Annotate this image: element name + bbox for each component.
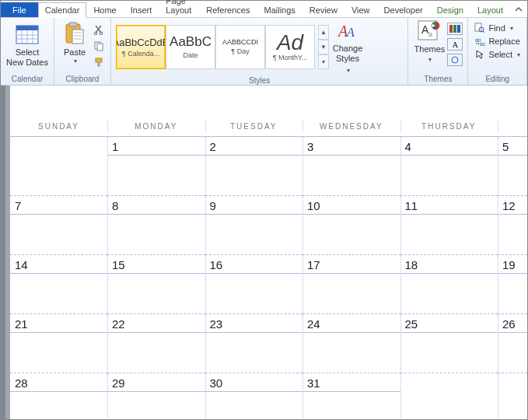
calendar-cell[interactable] <box>400 373 498 421</box>
change-styles-button[interactable]: AA Change Styles▾ <box>330 19 365 75</box>
find-icon <box>474 23 485 33</box>
theme-colors-button[interactable] <box>447 23 463 35</box>
calendar-cell[interactable]: 7 <box>10 196 107 255</box>
svg-point-27 <box>452 57 458 63</box>
group-label: Clipboard <box>59 73 106 85</box>
calendar-cell[interactable]: 23 <box>205 314 303 373</box>
calendar-cell[interactable]: 9 <box>205 196 303 255</box>
svg-line-30 <box>483 31 484 33</box>
document-area: SUNDAYMONDAYTUESDAYWEDNESDAYTHURSDAY 123… <box>1 86 527 420</box>
calendar-cell[interactable]: 16 <box>205 255 303 314</box>
calendar-header: SUNDAY <box>10 117 107 137</box>
calendar-header: TUESDAY <box>205 117 303 137</box>
select-new-dates-button[interactable]: Select New Dates <box>5 19 49 69</box>
calendar-cell[interactable]: 29 <box>107 373 205 421</box>
gallery-down-button[interactable]: ▼ <box>318 40 329 54</box>
calendar-cell[interactable]: 10 <box>302 196 400 255</box>
paste-button[interactable]: Paste▾ <box>59 19 90 67</box>
calendar-cell[interactable]: 18 <box>400 255 498 314</box>
group-themes: Aa Themes▾ A Themes <box>408 18 468 85</box>
replace-button[interactable]: abacReplace <box>473 35 522 47</box>
calendar-cell[interactable]: 5 <box>498 137 527 196</box>
themes-button[interactable]: Aa Themes▾ <box>413 19 446 63</box>
calendar-cell[interactable]: 12 <box>498 196 527 255</box>
change-styles-icon: AA <box>337 21 358 41</box>
style-item[interactable]: AaBbCcDdE¶ Calenda... <box>116 25 166 69</box>
svg-rect-16 <box>97 44 103 51</box>
svg-rect-17 <box>96 58 102 62</box>
style-item[interactable]: Ad¶ MonthY... <box>265 25 315 69</box>
svg-rect-1 <box>16 26 38 30</box>
group-label: Editing <box>473 73 522 85</box>
group-label: Calendar <box>5 73 49 85</box>
calendar-cell[interactable]: 1 <box>107 137 205 196</box>
group-label: Themes <box>413 73 463 85</box>
group-calendar: Select New Dates Calendar <box>1 18 54 85</box>
calendar-cell[interactable]: 4 <box>400 137 498 196</box>
calendar-cell[interactable]: 28 <box>10 373 107 421</box>
cut-button[interactable] <box>92 23 106 37</box>
svg-rect-24 <box>449 25 453 33</box>
themes-icon: Aa <box>417 19 442 43</box>
tab-file[interactable]: File <box>1 2 38 17</box>
calendar-cell[interactable]: 14 <box>10 255 107 314</box>
tab-calendar[interactable]: Calendar <box>38 2 87 18</box>
tab-insert[interactable]: Insert <box>124 2 159 17</box>
ribbon-minimize-icon[interactable] <box>510 3 527 17</box>
find-button[interactable]: Find▾ <box>473 22 522 34</box>
calendar-cell[interactable] <box>498 373 527 421</box>
style-item[interactable]: AaBbCDate <box>166 25 215 69</box>
select-button[interactable]: Select▾ <box>473 48 522 61</box>
tab-mailings[interactable]: Mailings <box>257 2 302 17</box>
svg-rect-26 <box>457 25 460 33</box>
select-icon <box>474 49 485 60</box>
svg-text:a: a <box>428 30 432 38</box>
svg-rect-8 <box>69 23 77 26</box>
svg-rect-25 <box>453 25 456 33</box>
calendar-cell[interactable]: 2 <box>205 137 303 196</box>
calendar-cell[interactable]: 24 <box>302 314 400 373</box>
calendar-icon <box>15 21 40 46</box>
calendar-cell[interactable] <box>10 137 107 196</box>
calendar-header: WEDNESDAY <box>302 117 400 137</box>
calendar-cell[interactable]: 21 <box>10 314 107 373</box>
group-label: Styles <box>116 75 403 86</box>
tab-layout[interactable]: Layout <box>470 2 510 17</box>
calendar-cell[interactable]: 30 <box>205 373 303 421</box>
calendar-cell[interactable]: 3 <box>302 137 400 196</box>
calendar-table[interactable]: SUNDAYMONDAYTUESDAYWEDNESDAYTHURSDAY 123… <box>10 117 527 420</box>
style-item[interactable]: AABBCCDI¶ Day <box>215 25 265 69</box>
calendar-cell[interactable]: 25 <box>400 314 498 373</box>
gallery-up-button[interactable]: ▲ <box>318 25 329 40</box>
theme-fonts-button[interactable]: A <box>447 38 463 51</box>
calendar-cell[interactable]: 31 <box>302 373 400 421</box>
svg-text:ac: ac <box>480 41 485 47</box>
calendar-cell[interactable]: 15 <box>107 255 205 314</box>
theme-effects-button[interactable] <box>447 54 463 66</box>
tab-strip: File CalendarHomeInsertPage LayoutRefere… <box>1 1 527 18</box>
tab-home[interactable]: Home <box>86 2 123 17</box>
calendar-cell[interactable]: 22 <box>107 314 205 373</box>
calendar-header: THURSDAY <box>400 117 498 137</box>
calendar-cell[interactable]: 8 <box>107 196 205 255</box>
ribbon: Select New Dates Calendar Paste▾ Clipboa… <box>1 18 527 86</box>
calendar-header: MONDAY <box>107 117 205 137</box>
calendar-cell[interactable]: 19 <box>498 255 527 314</box>
calendar-cell[interactable]: 26 <box>498 314 527 373</box>
format-painter-button[interactable] <box>92 55 106 69</box>
tab-design[interactable]: Design <box>430 2 470 17</box>
calendar-cell[interactable]: 17 <box>302 255 400 314</box>
tab-review[interactable]: Review <box>302 2 344 17</box>
copy-button[interactable] <box>92 39 106 53</box>
tab-developer[interactable]: Developer <box>377 2 430 17</box>
tab-page-layout[interactable]: Page Layout <box>159 0 199 17</box>
svg-text:A: A <box>346 26 355 39</box>
group-clipboard: Paste▾ Clipboard <box>54 18 111 85</box>
group-editing: Find▾ abacReplace Select▾ Editing <box>468 18 527 85</box>
tab-view[interactable]: View <box>344 2 377 17</box>
tab-references[interactable]: References <box>199 2 257 17</box>
page: SUNDAYMONDAYTUESDAYWEDNESDAYTHURSDAY 123… <box>10 86 527 420</box>
calendar-cell[interactable]: 11 <box>400 196 498 255</box>
svg-rect-9 <box>72 30 83 44</box>
gallery-more-button[interactable]: ▾ <box>318 54 329 69</box>
